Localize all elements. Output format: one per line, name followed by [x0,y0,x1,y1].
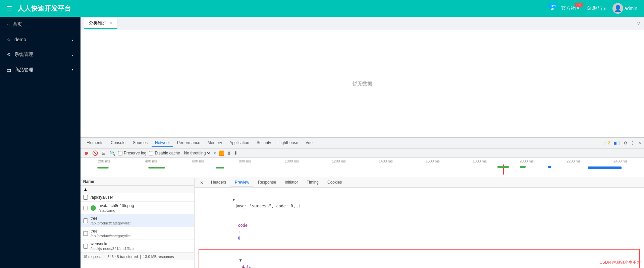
user-menu-button[interactable]: 👤 admin [612,3,637,14]
json-data-key: data [239,264,252,268]
devtools-tab-memory[interactable]: Memory [204,139,225,147]
scroll-controls: ▲ [80,186,194,193]
root-expand-icon[interactable]: ▼ [232,197,235,202]
tl-label-200: 200 ms [80,159,127,163]
network-item-tree2-path: /api/product/category/list [91,234,130,238]
tab-category[interactable]: 分类维护 ✕ [84,18,117,29]
tl-label-1400: 1400 ms [362,159,409,163]
network-item-user-checkbox[interactable] [83,195,88,200]
tl-bar-4 [497,166,509,168]
devtools-tab-application[interactable]: Application [226,139,253,147]
disable-cache-checkbox[interactable]: Disable cache [149,151,180,155]
network-item-avatar-text: avatar.c58e465.png /static/img [99,203,134,212]
devtools-tab-network[interactable]: Network [152,139,173,147]
avatar: 👤 [612,3,623,14]
settings-button[interactable]: ⚙ new [550,6,554,11]
record-button[interactable]: ⏺ [83,150,89,156]
header-right: ⚙ new 官方社区 hot Git源码 ▾ 👤 admin [550,3,637,14]
sidebar-item-demo[interactable]: ☆ demo ∨ [0,32,80,47]
tl-bar-1 [97,167,109,169]
detail-tab-timing[interactable]: Timing [303,178,323,187]
network-item-websocket-checkbox[interactable] [83,244,88,249]
official-badge: hot [575,3,583,7]
info-badge: ◼ 1 [613,141,620,145]
network-item-tree2[interactable]: tree /api/product/category/list [80,227,194,240]
git-arrow-icon: ▾ [603,6,606,11]
settings-badge: new [548,3,557,8]
more-devtools-icon[interactable]: ⋮ [631,141,635,145]
json-code-value: 0 [238,236,240,241]
tab-close-icon[interactable]: ✕ [109,21,112,25]
network-item-websocket-text: websocket /sockjs-node/341/ant1f3zp [91,242,133,251]
devtools: Elements Console Sources Network Perform… [80,137,644,268]
data-expand-icon[interactable]: ▼ [239,258,242,263]
download-icon: ⬇ [234,150,238,156]
scroll-up-icon[interactable]: ▲ [83,187,88,192]
network-item-tree2-checkbox[interactable] [83,231,88,236]
devtools-tab-performance[interactable]: Performance [174,139,204,147]
network-item-websocket[interactable]: websocket /sockjs-node/341/ant1f3zp [80,240,194,253]
network-item-tree1-checkbox[interactable] [83,218,88,223]
devtools-toolbar: ⏺ 🚫 ⊟ 🔍 Preserve log Disable cache No th… [80,149,644,158]
git-label: Git源码 [587,5,602,11]
detail-tab-response[interactable]: Response [254,178,280,187]
devtools-tabbar: Elements Console Sources Network Perform… [80,138,644,149]
sidebar-item-system[interactable]: ⚙ 系统管理 ∨ [0,47,80,62]
devtools-tab-lighthouse[interactable]: Lighthouse [275,139,302,147]
network-list: Name ▲ /api/sys/user [80,178,195,268]
devtools-tab-elements[interactable]: Elements [83,139,107,147]
detail-tab-headers[interactable]: Headers [207,178,230,187]
git-source-button[interactable]: Git源码 ▾ [587,5,606,11]
star-icon: ☆ [7,37,11,42]
network-list-header: Name [80,178,194,186]
timeline: 200 ms 400 ms 600 ms 800 ms 1000 ms 1200… [80,158,644,178]
admin-label: admin [625,6,637,11]
devtools-tab-sources[interactable]: Sources [129,139,151,147]
detail-tab-cookies[interactable]: Cookies [323,178,346,187]
tl-label-1000: 1000 ms [268,159,315,163]
json-data-header: ▼ data : [{catId: 1, name: "图书、音像、电子书刊",… [201,251,638,268]
throttle-select[interactable]: No throttling Slow 3G Fast 3G [183,150,211,156]
tl-bar-7 [588,166,622,169]
devtools-tab-vue[interactable]: Vue [302,139,316,147]
network-item-avatar[interactable]: avatar.c58e465.png /static/img [80,202,194,214]
hamburger-icon[interactable]: ☰ [7,5,12,12]
network-item-tree1-name: tree [91,216,130,221]
official-community-button[interactable]: 官方社区 hot [561,5,580,11]
tl-bar-5 [520,166,526,168]
detail-tab-initiator[interactable]: Initiator [281,178,302,187]
app-title: 人人快速开发平台 [17,4,71,13]
json-code-key: code [238,223,248,228]
close-devtools-icon[interactable]: ✕ [638,141,641,145]
devtools-tab-console[interactable]: Console [107,139,129,147]
network-item-websocket-name: websocket [91,242,133,246]
warning-badge: ⚠ 2 [603,141,610,145]
tab-bar-expand-icon[interactable]: ∨ [637,20,641,26]
network-item-user-name: /api/sys/user [91,195,113,200]
detail-tab-preview[interactable]: Preview [231,178,253,187]
json-root: ▼ {msg: "success", code: 0,…} [199,190,640,216]
network-item-websocket-path: /sockjs-node/341/ant1f3zp [91,247,133,251]
sidebar-item-home[interactable]: ⌂ 首页 [0,17,80,32]
network-item-tree1-text: tree /api/product/category/list [91,216,130,225]
network-item-avatar-checkbox[interactable] [83,206,88,210]
devtools-tab-security[interactable]: Security [253,139,274,147]
devtools-main-content: Name ▲ /api/sys/user [80,178,644,268]
timeline-labels: 200 ms 400 ms 600 ms 800 ms 1000 ms 1200… [80,158,644,163]
detail-close-button[interactable]: ✕ [197,179,206,187]
preserve-log-checkbox[interactable]: Preserve log [118,151,146,155]
network-item-tree1[interactable]: tree /api/product/category/list [80,214,194,227]
filter-toggle[interactable]: ⊟ [101,150,107,156]
tl-label-1200: 1200 ms [315,159,362,163]
tl-label-1800: 1800 ms [456,159,503,163]
settings-devtools-icon[interactable]: ⚙ [624,141,627,145]
clear-button[interactable]: 🚫 [92,150,98,156]
avatar-file-icon [91,205,96,211]
network-item-tree2-text: tree /api/product/category/list [91,229,130,238]
preserve-log-input[interactable] [118,151,122,155]
tl-bar-2 [148,167,165,169]
disable-cache-input[interactable] [149,151,153,155]
search-button[interactable]: 🔍 [109,150,115,156]
sidebar-item-goods[interactable]: ▤ 商品管理 ∧ [0,62,80,78]
network-item-user[interactable]: /api/sys/user [80,193,194,202]
